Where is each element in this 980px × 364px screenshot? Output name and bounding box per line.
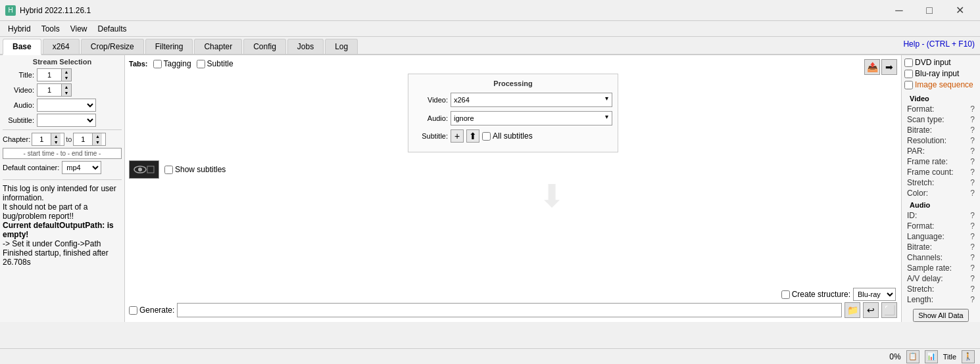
subtitle-dropdown[interactable] <box>37 114 96 127</box>
tab-log[interactable]: Log <box>325 39 358 54</box>
tagging-checkbox[interactable] <box>153 60 162 68</box>
video-spin-down[interactable]: ▼ <box>62 90 71 96</box>
title-spin-up[interactable]: ▲ <box>62 69 71 75</box>
video-spin-up[interactable]: ▲ <box>62 84 71 90</box>
chapter-label: Chapter: <box>3 135 30 143</box>
tagging-label: Tagging <box>164 59 191 68</box>
generate-back-button[interactable]: ↩ <box>863 302 879 318</box>
window-controls: ─ □ ✕ <box>884 0 975 21</box>
container-dropdown[interactable]: mp4 <box>62 161 101 174</box>
tagging-checkbox-label[interactable]: Tagging <box>153 59 191 68</box>
generate-input[interactable] <box>177 303 842 317</box>
menu-bar: Hybrid Tools View Defaults <box>0 21 980 37</box>
dvd-input-label: DVD input <box>915 58 951 67</box>
video-spinner[interactable]: ▲ ▼ <box>37 83 72 97</box>
log-line5: Finished startup, finished after 26.708s <box>3 248 122 267</box>
subtitle-checkbox-label[interactable]: Subtitle <box>197 59 233 68</box>
par-val: ? <box>970 147 975 156</box>
status-icon-1[interactable]: 📋 <box>906 350 919 363</box>
video-input[interactable] <box>37 84 61 96</box>
all-subtitles-checkbox[interactable] <box>482 132 491 141</box>
audio-id-info-row: ID: ? <box>904 210 977 221</box>
video-proc-row: Video: x264 <box>414 93 612 107</box>
frame-count-label: Frame count: <box>907 168 954 177</box>
audio-format-label: Format: <box>907 221 934 231</box>
subtitle-row: Subtitle: <box>3 114 122 127</box>
tab-bar: Base x264 Crop/Resize Filtering Chapter … <box>0 37 980 55</box>
title-spinner[interactable]: ▲ ▼ <box>37 68 72 81</box>
title-spin-down[interactable]: ▼ <box>62 75 71 81</box>
chapter-from-input[interactable] <box>32 133 51 145</box>
close-button[interactable]: ✕ <box>944 0 975 21</box>
log-line2: It should not be part of a bug/problem r… <box>3 202 122 221</box>
stretch-video-label: Stretch: <box>907 178 934 187</box>
bluray-input-checkbox[interactable] <box>904 70 913 78</box>
all-subtitles-text: All subtitles <box>493 131 533 141</box>
preview-button[interactable] <box>129 160 159 179</box>
menu-tools[interactable]: Tools <box>36 23 65 35</box>
audio-proc-select[interactable]: ignore <box>451 111 612 125</box>
show-subtitles-checkbox[interactable] <box>164 166 173 174</box>
tab-base[interactable]: Base <box>3 39 41 55</box>
video-proc-select[interactable]: x264 <box>451 93 612 107</box>
generate-forward-button[interactable]: ⬜ <box>881 302 897 318</box>
subtitle-up-button[interactable]: ⬆ <box>466 129 479 143</box>
chapter-row: Chapter: ▲ ▼ to ▲ ▼ <box>3 133 122 146</box>
generate-file-button[interactable]: 📁 <box>845 302 860 318</box>
generate-checkbox-label[interactable]: Generate: <box>129 306 174 315</box>
generate-checkbox[interactable] <box>129 306 137 315</box>
chapter-from-up[interactable]: ▲ <box>51 133 61 139</box>
create-structure-select[interactable]: Blu-ray <box>853 288 896 301</box>
stream-selection-title: Stream Selection <box>3 58 122 66</box>
sample-rate-label: Sample rate: <box>907 263 952 273</box>
subtitle-add-button[interactable]: + <box>451 129 464 143</box>
show-subtitles-label[interactable]: Show subtitles <box>164 165 226 174</box>
all-subtitles-label[interactable]: All subtitles <box>482 131 533 141</box>
video-stream-label: Video: <box>3 86 34 94</box>
chapter-to-down[interactable]: ▼ <box>93 139 102 145</box>
show-all-data-button[interactable]: Show All Data <box>913 309 968 322</box>
bitrate-audio-label: Bitrate: <box>907 242 932 252</box>
bitrate-audio-val: ? <box>970 242 975 252</box>
image-sequence-checkbox[interactable] <box>904 81 913 89</box>
frame-rate-val: ? <box>970 157 975 166</box>
tab-config[interactable]: Config <box>243 39 286 54</box>
scan-type-info-row: Scan type: ? <box>904 114 977 125</box>
help-button[interactable]: Help - (CTRL + F10) <box>903 39 975 49</box>
center-area: Tabs: Tagging Subtitle Processing Video:… <box>125 55 901 322</box>
tab-crop-resize[interactable]: Crop/Resize <box>81 39 144 54</box>
subtitle-checkbox[interactable] <box>197 60 205 68</box>
to-label: to <box>66 135 72 143</box>
menu-view[interactable]: View <box>65 23 93 35</box>
menu-hybrid[interactable]: Hybrid <box>3 23 36 35</box>
chapter-to-input[interactable] <box>74 133 92 145</box>
resolution-label: Resolution: <box>907 136 946 145</box>
chapter-from-down[interactable]: ▼ <box>51 139 61 145</box>
create-structure-label[interactable]: Create structure: <box>781 290 850 299</box>
chapter-from-spinner[interactable]: ▲ ▼ <box>32 133 64 146</box>
arrow-button[interactable]: ➡ <box>881 59 897 75</box>
minimize-button[interactable]: ─ <box>884 0 914 21</box>
tab-filtering[interactable]: Filtering <box>145 39 193 54</box>
tabs-label: Tabs: <box>129 60 148 68</box>
status-icon-2[interactable]: 📊 <box>925 350 938 363</box>
subtitle-proc-row: Subtitle: + ⬆ All subtitles <box>414 129 612 143</box>
title-input[interactable] <box>37 69 61 81</box>
tab-chapter[interactable]: Chapter <box>194 39 242 54</box>
title-row: Title: ▲ ▼ <box>3 68 122 81</box>
export-button[interactable]: 📤 <box>864 59 880 75</box>
audio-dropdown[interactable] <box>37 99 96 112</box>
tab-x264[interactable]: x264 <box>43 39 80 54</box>
chapter-to-spinner[interactable]: ▲ ▼ <box>73 133 106 146</box>
status-person-icon[interactable]: 🚶 <box>962 350 975 363</box>
create-structure-checkbox[interactable] <box>781 290 790 299</box>
language-val: ? <box>970 232 975 241</box>
chapter-to-up[interactable]: ▲ <box>93 133 102 139</box>
dvd-input-checkbox[interactable] <box>904 58 913 67</box>
maximize-button[interactable]: □ <box>914 0 944 21</box>
subtitle-label: Subtitle <box>207 59 233 68</box>
menu-defaults[interactable]: Defaults <box>93 23 132 35</box>
tab-jobs[interactable]: Jobs <box>287 39 324 54</box>
bluray-input-row: Blu-ray input <box>904 69 977 78</box>
generate-label: Generate: <box>139 306 174 315</box>
